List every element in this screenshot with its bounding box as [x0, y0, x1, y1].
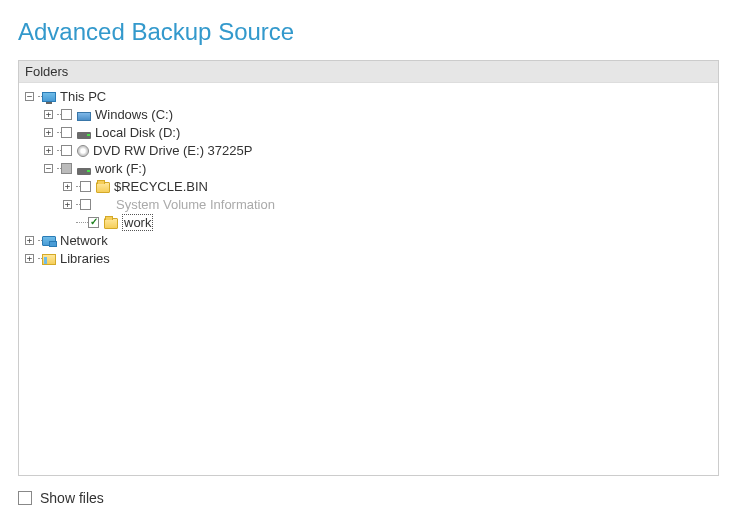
checkbox[interactable] [80, 199, 91, 210]
expand-toggle[interactable]: + [44, 128, 53, 137]
tree-node-drive-c[interactable]: + Windows (C:) [21, 105, 716, 123]
tree-node-recycle-bin[interactable]: + $RECYCLE.BIN [21, 177, 716, 195]
folder-icon [96, 182, 110, 193]
node-label: Local Disk (D:) [95, 125, 180, 140]
expand-toggle[interactable]: + [63, 182, 72, 191]
expand-toggle[interactable]: + [44, 110, 53, 119]
tree-node-libraries[interactable]: + Libraries [21, 249, 716, 267]
folder-tree: − This PC + Windows (C:) + Local Disk (D… [19, 83, 718, 475]
checkbox[interactable] [80, 181, 91, 192]
dvd-icon [77, 145, 89, 157]
node-label-selected: work [122, 214, 153, 231]
drive-icon [77, 168, 91, 175]
show-files-row: Show files [18, 490, 719, 506]
checkbox[interactable] [61, 145, 72, 156]
node-label: System Volume Information [116, 197, 275, 212]
tree-node-drive-f[interactable]: − work (F:) [21, 159, 716, 177]
drive-icon [77, 132, 91, 139]
expand-toggle[interactable]: + [63, 200, 72, 209]
checkbox[interactable] [61, 127, 72, 138]
collapse-toggle[interactable]: − [25, 92, 34, 101]
folder-icon [96, 197, 112, 211]
panel-header: Folders [19, 61, 718, 83]
tree-node-this-pc[interactable]: − This PC [21, 87, 716, 105]
node-label: This PC [60, 89, 106, 104]
checkbox-checked[interactable] [88, 217, 99, 228]
node-label: Libraries [60, 251, 110, 266]
expand-spacer [63, 218, 72, 227]
node-label: work (F:) [95, 161, 146, 176]
collapse-toggle[interactable]: − [44, 164, 53, 173]
expand-toggle[interactable]: + [25, 236, 34, 245]
show-files-label: Show files [40, 490, 104, 506]
checkbox[interactable] [61, 109, 72, 120]
tree-node-work-folder[interactable]: work [21, 213, 716, 231]
node-label: Network [60, 233, 108, 248]
node-label: DVD RW Drive (E:) 37225P [93, 143, 252, 158]
libraries-icon [42, 254, 56, 265]
drive-icon [77, 112, 91, 121]
show-files-checkbox[interactable] [18, 491, 32, 505]
tree-node-svi[interactable]: + System Volume Information [21, 195, 716, 213]
folder-icon [104, 218, 118, 229]
network-icon [42, 236, 56, 246]
node-label: Windows (C:) [95, 107, 173, 122]
checkbox-partial[interactable] [61, 163, 72, 174]
page-title: Advanced Backup Source [18, 18, 719, 46]
node-label: $RECYCLE.BIN [114, 179, 208, 194]
expand-toggle[interactable]: + [44, 146, 53, 155]
tree-node-network[interactable]: + Network [21, 231, 716, 249]
folders-panel: Folders − This PC + Windows (C:) + Loca [18, 60, 719, 476]
tree-node-drive-e[interactable]: + DVD RW Drive (E:) 37225P [21, 141, 716, 159]
tree-node-drive-d[interactable]: + Local Disk (D:) [21, 123, 716, 141]
expand-toggle[interactable]: + [25, 254, 34, 263]
pc-icon [42, 92, 56, 102]
